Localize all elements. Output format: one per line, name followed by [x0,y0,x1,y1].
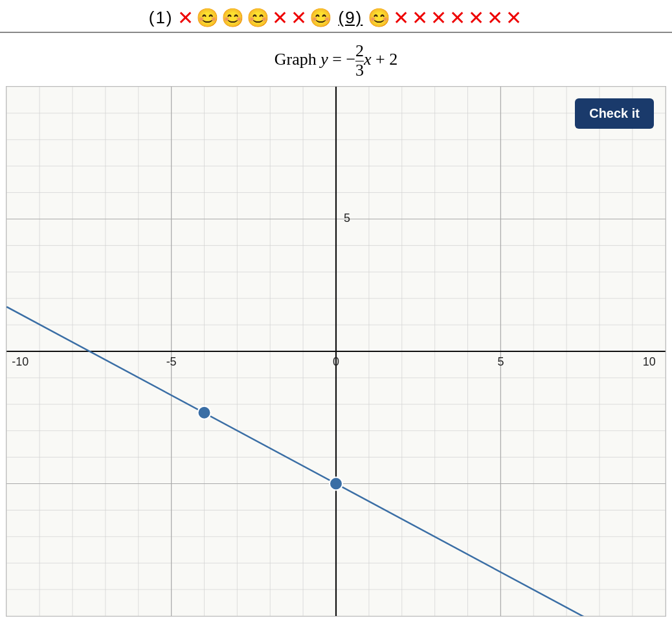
icon-smile-2: 😊 [221,7,245,28]
icon-x-10: ✕ [506,6,523,29]
x-label-pos10: 10 [643,355,656,368]
icon-x-4: ✕ [393,6,410,29]
check-it-button[interactable]: Check it [575,98,654,129]
equation-display: Graph y = −23x + 2 [0,33,672,86]
equation-text: Graph y = −23x + 2 [274,50,398,69]
point-2[interactable] [330,478,342,490]
x-label-pos5: 5 [497,355,504,368]
icon-x-5: ✕ [412,6,429,29]
x-label-neg5: -5 [166,355,177,368]
icon-x-6: ✕ [431,6,448,29]
icon-x-8: ✕ [468,6,486,29]
graph-area[interactable]: Check it [6,86,666,617]
icon-x-2: ✕ [272,6,289,29]
icon-smile-3: 😊 [247,7,271,28]
icon-smile-5: 😊 [368,7,392,28]
y-label-pos5: 5 [344,212,350,225]
icon-smile-1: 😊 [196,7,220,28]
icon-x-3: ✕ [291,6,308,29]
x-label-neg10: -10 [12,355,28,368]
icon-x-9: ✕ [487,6,504,29]
graph-svg: -10 -5 0 5 10 5 [6,87,666,616]
point-1[interactable] [198,406,211,419]
icon-smile-4: 😊 [309,7,333,28]
icon-x-1: ✕ [177,6,195,29]
icon-x-7: ✕ [449,6,467,29]
problem-number-9: (9) [339,8,363,28]
problem-number: (1) [149,8,174,28]
x-label-zero: 0 [333,355,339,368]
progress-bar: (1) ✕ 😊 😊 😊 ✕ ✕ 😊 (9) 😊 ✕ ✕ ✕ ✕ ✕ ✕ ✕ [0,0,672,33]
